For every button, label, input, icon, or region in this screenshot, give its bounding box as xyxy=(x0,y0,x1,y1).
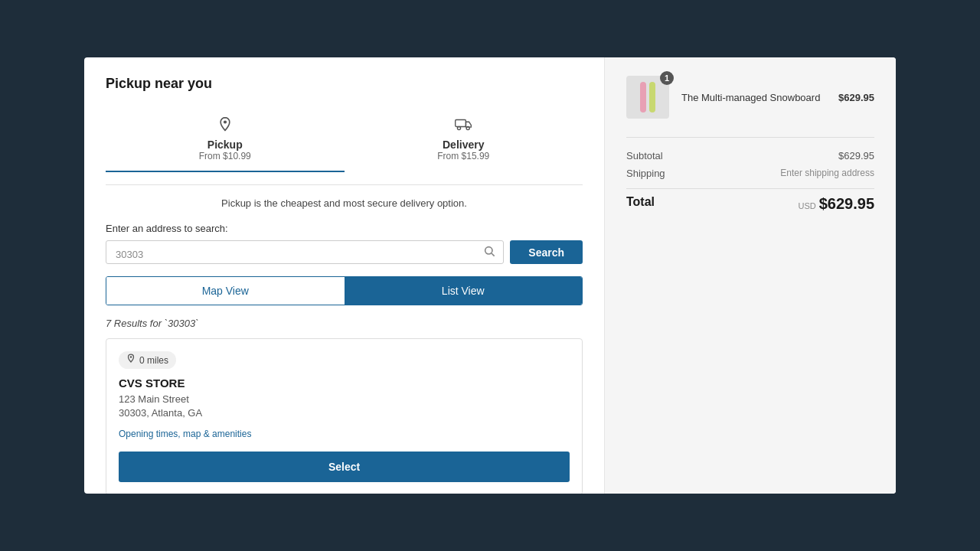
item-image-wrapper: 1 xyxy=(626,76,669,119)
view-toggle: Map View List View xyxy=(106,276,583,305)
total-row: Total USD $629.95 xyxy=(626,188,874,213)
distance-badge-1: 0 miles xyxy=(119,351,176,369)
delivery-label: Delivery xyxy=(443,139,484,151)
truck-icon xyxy=(455,116,472,135)
total-label: Total xyxy=(626,195,655,213)
svg-line-5 xyxy=(492,253,495,256)
item-quantity-badge: 1 xyxy=(660,71,674,85)
distance-text-1: 0 miles xyxy=(139,355,168,366)
search-input-wrapper xyxy=(106,240,504,264)
pickup-label: Pickup xyxy=(207,139,243,151)
map-view-button[interactable]: Map View xyxy=(106,277,345,305)
page-title: Pickup near you xyxy=(106,76,583,92)
delivery-option[interactable]: Delivery From $15.99 xyxy=(345,107,583,172)
main-container: Pickup near you Pickup From $10.99 xyxy=(84,57,896,494)
total-value: $629.95 xyxy=(819,195,874,213)
shipping-label: Shipping xyxy=(626,168,665,179)
left-panel: Pickup near you Pickup From $10.99 xyxy=(84,57,605,494)
search-button[interactable]: Search xyxy=(510,240,583,264)
store-address-1: 123 Main Street 30303, Atlanta, GA xyxy=(119,393,570,420)
divider xyxy=(106,184,583,185)
address-label: Enter an address to search: xyxy=(106,223,583,234)
item-price: $629.95 xyxy=(838,92,874,103)
store-name-1: CVS STORE xyxy=(119,377,570,390)
pickup-price: From $10.99 xyxy=(199,151,251,161)
select-button-1[interactable]: Select xyxy=(119,452,570,482)
total-currency: USD xyxy=(798,201,815,210)
store-card-1: 0 miles CVS STORE 123 Main Street 30303,… xyxy=(106,338,583,494)
subtotal-value: $629.95 xyxy=(838,150,874,161)
order-item: 1 The Multi-managed Snowboard $629.95 xyxy=(626,76,874,119)
svg-rect-9 xyxy=(649,82,655,112)
svg-point-0 xyxy=(224,120,227,123)
pin-icon-1 xyxy=(126,354,136,367)
svg-point-4 xyxy=(485,246,492,253)
svg-point-2 xyxy=(458,126,461,129)
location-pin-icon xyxy=(217,116,233,135)
order-totals: Subtotal $629.95 Shipping Enter shipping… xyxy=(626,137,874,213)
snowboard-svg xyxy=(632,80,663,114)
search-row: Search xyxy=(106,240,583,264)
cheapest-note: Pickup is the cheapest and most secure d… xyxy=(106,197,583,209)
svg-point-6 xyxy=(130,356,132,358)
search-input[interactable] xyxy=(106,241,503,263)
results-count: 7 Results for `30303` xyxy=(106,318,583,329)
svg-point-3 xyxy=(466,126,469,129)
svg-rect-8 xyxy=(640,82,646,112)
delivery-options: Pickup From $10.99 Delivery From $15.99 xyxy=(106,107,583,172)
total-amount: USD $629.95 xyxy=(798,195,874,213)
pickup-option[interactable]: Pickup From $10.99 xyxy=(106,107,345,172)
delivery-price: From $15.99 xyxy=(437,151,489,161)
shipping-value: Enter shipping address xyxy=(780,168,874,179)
search-icon xyxy=(483,245,495,260)
shipping-row: Shipping Enter shipping address xyxy=(626,168,874,179)
subtotal-label: Subtotal xyxy=(626,150,663,161)
item-name: The Multi-managed Snowboard xyxy=(681,92,826,103)
store-link-1[interactable]: Opening times, map & amenities xyxy=(119,429,251,439)
right-panel: 1 The Multi-managed Snowboard $629.95 Su… xyxy=(605,57,896,494)
subtotal-row: Subtotal $629.95 xyxy=(626,150,874,161)
list-view-button[interactable]: List View xyxy=(345,277,583,305)
svg-rect-1 xyxy=(456,120,466,127)
